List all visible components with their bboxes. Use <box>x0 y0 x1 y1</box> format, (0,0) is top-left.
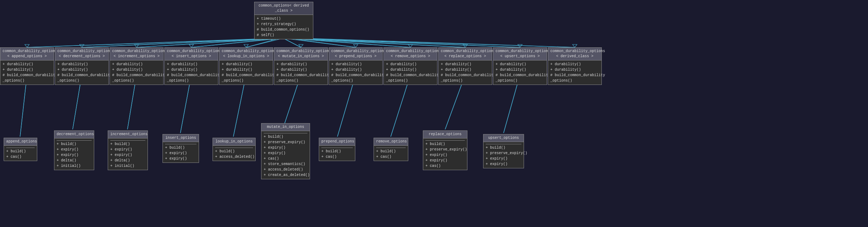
cd-increment-header: common_durability_options< increment_opt… <box>110 48 163 60</box>
common-options-body: + timeout() + retry_strategy() # build_c… <box>255 15 313 39</box>
m3: + expiry() <box>486 156 521 161</box>
m1: + build() <box>57 141 92 147</box>
cd-derived-header: common_durability_options< derived_class… <box>548 48 601 60</box>
cd-increment-box: common_durability_options< increment_opt… <box>110 47 164 85</box>
insert-options-header: insert_options <box>163 134 199 142</box>
svg-line-10 <box>303 38 575 47</box>
replace-options-box: replace_options + build() + preserve_exp… <box>423 130 467 170</box>
m2: + durability() <box>496 67 544 73</box>
remove-options-box: remove_options + build() + cas() <box>374 138 408 161</box>
m4: _options() <box>57 78 106 83</box>
m2: + durability() <box>167 67 216 73</box>
m4: _options() <box>331 78 380 83</box>
svg-line-4 <box>246 38 280 47</box>
m4: + delta() <box>110 158 145 163</box>
m3: + expiry() <box>165 156 196 161</box>
increment-options-box: increment_options + build() + expiry() +… <box>108 130 148 170</box>
cd-derived-box: common_durability_options< derived_class… <box>548 47 602 85</box>
m3: + expiry() <box>110 152 145 158</box>
method-self: # self() <box>257 32 311 38</box>
cd-append-box: common_durability_options< append_option… <box>0 47 54 85</box>
m2: + access_deleted() <box>215 154 253 160</box>
m2: + durability() <box>3 67 51 73</box>
m2: + preserve_expiry() <box>264 140 307 145</box>
cd-mutate-body: + durability() + durability() # build_co… <box>274 60 328 85</box>
m1: + durability() <box>57 62 106 67</box>
cd-increment-body: + durability() + durability() # build_co… <box>110 60 163 85</box>
upsert-options-box: upsert_options + build() + preserve_expi… <box>483 134 524 168</box>
m2: + durability() <box>112 67 161 73</box>
svg-marker-31 <box>573 44 577 47</box>
m4: _options() <box>3 78 51 83</box>
m6: + store_semantics() <box>264 161 307 167</box>
m3: # build_common_durability <box>441 73 490 78</box>
m2: + expiry() <box>110 147 145 152</box>
uml-diagram: common_options< derived _class > + timeo… <box>0 0 868 227</box>
m5: + cas() <box>264 156 307 161</box>
m3: # build_common_durability <box>112 73 161 78</box>
svg-line-8 <box>296 38 465 47</box>
cd-append-body: + durability() + durability() # build_co… <box>0 60 54 85</box>
m2: + durability() <box>331 67 380 73</box>
cd-decrement-box: common_durability_options< decrement_opt… <box>55 47 109 85</box>
lookup-in-options-header: lookup_in_options <box>213 138 255 146</box>
m2: + preserve_expiry() <box>425 147 465 152</box>
m3: # build_common_durability <box>276 73 325 78</box>
svg-line-0 <box>27 38 276 47</box>
svg-marker-23 <box>134 44 139 47</box>
m3: # build_common_durability <box>167 73 216 78</box>
m1: + durability() <box>386 62 435 67</box>
cd-prepend-body: + durability() + durability() # build_co… <box>329 60 382 85</box>
m2: + durability() <box>222 67 271 73</box>
m4: + expiry() <box>425 158 465 163</box>
cd-upsert-box: common_durability_options< upsert_option… <box>493 47 547 85</box>
m3: # build_common_durability <box>331 73 380 78</box>
m3: # build_common_durability <box>57 73 106 78</box>
upsert-options-body: + build() + preserve_expiry() + expiry()… <box>483 142 524 168</box>
m4: + expiry() <box>486 161 521 167</box>
replace-options-header: replace_options <box>423 131 467 138</box>
increment-options-header: increment_options <box>108 131 148 138</box>
svg-line-9 <box>299 38 520 47</box>
decrement-options-body: + build() + expiry() + expiry() + delta(… <box>54 138 94 170</box>
svg-marker-29 <box>463 44 467 47</box>
insert-options-box: insert_options + build() + expiry() + ex… <box>162 134 199 163</box>
m2: + cas() <box>321 154 353 160</box>
m4: _options() <box>112 78 161 83</box>
m4: + delta() <box>57 158 92 163</box>
cd-mutate-box: common_durability_options< mutate_in_opt… <box>274 47 328 85</box>
m2: + durability() <box>57 67 106 73</box>
m1: + durability() <box>331 62 380 67</box>
common-options-box: common_options< derived _class > + timeo… <box>254 2 313 39</box>
prepend-options-header: prepend_options <box>319 138 355 146</box>
remove-options-header: remove_options <box>374 138 408 146</box>
common-options-header: common_options< derived _class > <box>255 2 313 15</box>
m3: # build_common_durability <box>496 73 544 78</box>
m4: _options() <box>276 78 325 83</box>
prepend-options-body: + build() + cas() <box>319 146 355 161</box>
cd-lookup-box: common_durability_options< lookup_in_opt… <box>219 47 273 85</box>
cd-upsert-header: common_durability_options< upsert_option… <box>493 48 547 60</box>
m3: # build_common_durability <box>386 73 435 78</box>
remove-options-body: + build() + cas() <box>374 146 408 161</box>
cd-insert-body: + durability() + durability() # build_co… <box>165 60 218 85</box>
replace-options-body: + build() + preserve_expiry() + expiry()… <box>423 138 467 170</box>
cd-append-header: common_durability_options< append_option… <box>0 48 54 60</box>
m4: _options() <box>550 78 599 83</box>
m2: + preserve_expiry() <box>486 150 521 156</box>
m3: + expiry() <box>425 152 465 158</box>
method-build-common: # build_common_options() <box>257 27 311 32</box>
header-line2: _class > <box>275 9 292 13</box>
decrement-options-header: decrement_options <box>54 131 94 138</box>
m7: + access_deleted() <box>264 167 307 172</box>
append-options-header: append_options <box>4 138 37 146</box>
cd-replace-box: common_durability_options< replace_optio… <box>438 47 492 85</box>
lookup-in-options-box: lookup_in_options + build() + access_del… <box>213 138 256 161</box>
m4: + expiry() <box>264 150 307 156</box>
cd-prepend-header: common_durability_options< prepend_optio… <box>329 48 382 60</box>
svg-marker-25 <box>244 44 248 47</box>
m1: + build() <box>486 145 521 150</box>
cd-lookup-body: + durability() + durability() # build_co… <box>219 60 273 85</box>
m1: + build() <box>110 141 145 147</box>
m3: # build_common_durability <box>550 73 599 78</box>
